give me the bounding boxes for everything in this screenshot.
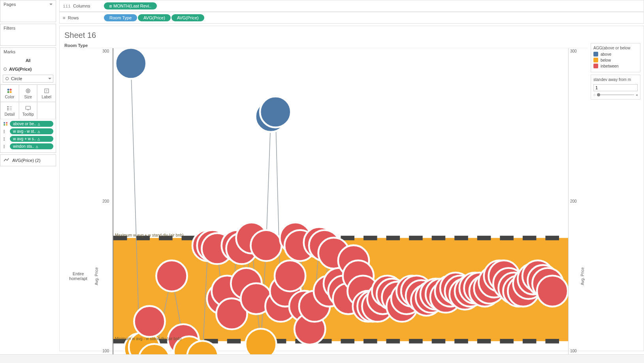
svg-point-2 — [8, 91, 9, 93]
color-legend[interactable]: AGG(above or below abovebelowinbetween — [591, 43, 640, 72]
svg-rect-12 — [9, 108, 12, 109]
pill-text: AVG(Price) — [143, 15, 165, 20]
pages-shelf[interactable]: Pages — [0, 0, 56, 22]
rows-pill-avg-price-2[interactable]: AVG(Price) — [171, 14, 204, 21]
param-slider[interactable]: ○ ◂ — [593, 93, 638, 97]
legend-label: inbetween — [601, 64, 619, 68]
viz-main: Room Type Entire home/aptAvg. Price30020… — [63, 43, 588, 342]
svg-point-1 — [10, 88, 12, 90]
marks-all-tab[interactable]: All — [0, 56, 56, 65]
legend-item[interactable]: below — [593, 58, 638, 62]
data-point[interactable] — [134, 306, 165, 337]
svg-rect-15 — [4, 130, 5, 131]
detail-icon — [3, 137, 8, 141]
marks-tooltip-label: Tooltip — [23, 112, 34, 117]
filters-shelf[interactable]: Filters — [0, 24, 56, 46]
size-icon — [25, 88, 31, 94]
plot[interactable]: Maximum w avg + w stand div (air bnb) Mi… — [113, 48, 569, 363]
legend-item[interactable]: above — [593, 52, 638, 56]
data-point[interactable] — [537, 276, 568, 307]
rows-shelf[interactable]: ≡ Rows Room Type AVG(Price) AVG(Price) — [59, 12, 644, 24]
legend-label: below — [601, 58, 611, 62]
svg-point-3 — [10, 91, 12, 93]
parameter-control[interactable]: standev away from m ○ ◂ — [591, 75, 640, 100]
delta-icon: △ — [38, 137, 40, 141]
pill-label: above or be.. — [13, 122, 36, 126]
line-icon — [4, 158, 9, 163]
pill-above-or-below[interactable]: above or be..△ — [3, 121, 53, 127]
legend-swatch — [593, 64, 598, 68]
marks-detail-cell[interactable]: Detail — [0, 102, 19, 119]
dropdown-caret-icon[interactable] — [49, 4, 53, 5]
right-panels: AGG(above or below abovebelowinbetween s… — [588, 43, 640, 342]
detail-icon — [3, 129, 8, 134]
marks-color-label: Color — [5, 95, 14, 99]
marks-card: Marks All AVG(Price) Circle Color Size — [0, 47, 56, 153]
marks-property-grid: Color Size T Label Detail — [0, 84, 56, 119]
marks-avg-price-2-tab[interactable]: AVG(Price) (2) — [0, 154, 56, 166]
svg-rect-13 — [9, 109, 12, 110]
chart-row: Entire home/aptAvg. Price3002001000 Maxi… — [63, 48, 588, 363]
data-point[interactable] — [156, 260, 187, 291]
data-point[interactable] — [250, 230, 281, 261]
mark-type-dropdown[interactable]: Circle — [3, 75, 53, 83]
marks-size-cell[interactable]: Size — [19, 85, 38, 102]
y-ticks-left: 3002001000 — [100, 48, 111, 363]
svg-rect-23 — [4, 147, 5, 148]
svg-point-0 — [8, 88, 9, 90]
rows-icon: ≡ — [63, 15, 66, 21]
pages-label: Pages — [4, 2, 16, 7]
ref-max-label: Maximum w avg + w stand div (air bnb) — [115, 233, 184, 237]
rows-pill-avg-price-1[interactable]: AVG(Price) — [138, 14, 171, 21]
chevron-left-icon[interactable]: ◂ — [636, 93, 638, 97]
data-point[interactable] — [260, 96, 291, 127]
pill-w-avg-minus[interactable]: w avg - w st..△ — [3, 128, 53, 134]
shelves: iii Columns ⊞ MONTH(Last Revi.. ≡ Rows R… — [59, 0, 644, 24]
legend-swatch — [593, 58, 598, 62]
slider-knob-icon: ○ — [593, 93, 595, 97]
pill-text: Room Type — [109, 15, 132, 20]
legend-title: AGG(above or below — [593, 46, 638, 50]
data-point[interactable] — [115, 48, 146, 79]
pill-text: MONTH(Last Revi.. — [113, 4, 151, 8]
rows-pill-room-type[interactable]: Room Type — [104, 14, 137, 21]
marks-avg-price-tab[interactable]: AVG(Price) — [0, 65, 56, 73]
param-input[interactable] — [593, 84, 638, 91]
detail-icon — [3, 144, 8, 149]
sheet-title: Sheet 16 — [63, 29, 640, 43]
legend-item[interactable]: inbetween — [593, 64, 638, 68]
marks-label: Marks — [4, 49, 15, 54]
pill-w-avg-plus[interactable]: w avg + w s..△ — [3, 136, 53, 142]
columns-shelf[interactable]: iii Columns ⊞ MONTH(Last Revi.. — [59, 0, 644, 12]
label-icon: T — [43, 88, 50, 94]
svg-rect-8 — [7, 106, 9, 107]
legend-label: above — [601, 52, 611, 56]
legend-swatch — [593, 52, 598, 56]
marks-tooltip-cell[interactable]: Tooltip — [19, 102, 38, 119]
pill-label: w avg + w s.. — [13, 137, 36, 141]
columns-icon: iii — [63, 4, 71, 9]
detail-icon — [6, 105, 13, 111]
marks-label-label: Label — [41, 95, 51, 99]
circle-icon — [6, 77, 9, 80]
marks-size-label: Size — [24, 95, 32, 99]
data-point[interactable] — [275, 260, 305, 291]
marks-label-cell[interactable]: T Label — [37, 85, 56, 102]
y-axis-title: Avg. Price — [94, 48, 100, 363]
bottom-tab-strip[interactable] — [0, 354, 644, 363]
svg-rect-9 — [7, 108, 9, 109]
svg-rect-22 — [4, 146, 5, 147]
svg-rect-19 — [4, 139, 5, 139]
ref-min-label: Minimum w avg - w stand div (air bnb) — [115, 337, 181, 341]
svg-rect-10 — [7, 109, 9, 110]
color-icon — [6, 88, 13, 94]
pill-window-std[interactable]: windon sta..△ — [3, 143, 53, 149]
marks-color-cell[interactable]: Color — [0, 85, 19, 102]
columns-pill-month[interactable]: ⊞ MONTH(Last Revi.. — [104, 2, 157, 9]
y-ticks-right: 3002001000 — [569, 48, 580, 363]
circle-icon — [4, 68, 7, 71]
marks-detail-label: Detail — [5, 112, 15, 117]
mark-type-label: Circle — [11, 76, 22, 81]
filters-label: Filters — [4, 26, 15, 30]
svg-rect-11 — [9, 106, 12, 107]
